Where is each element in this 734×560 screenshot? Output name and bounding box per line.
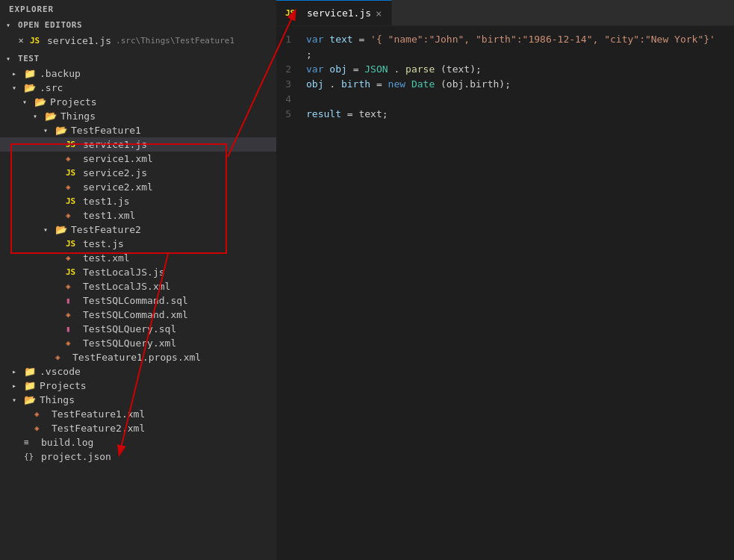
test-xml-label: test.xml [83,252,130,264]
src-label: .src [40,82,63,93]
project-json-label: project.json [41,451,111,462]
code-text-1: var text = '{ "name":"John", "birth":"19… [306,32,722,62]
tree-item-testfeature2[interactable]: 📂 TestFeature2 [0,223,276,237]
build-log-label: build.log [41,437,93,448]
open-file-item[interactable]: ✕ JS service1.js .src\Things\TestFeature… [0,33,276,48]
line-number-2: 2 [276,62,306,77]
close-file-icon[interactable]: ✕ [15,34,27,46]
testfeature2-label: TestFeature2 [71,224,141,235]
tree-item-testsqlquery-xml[interactable]: ◈ TestSQLQuery.xml [0,336,276,350]
folder-icon-things-src: 📂 [45,111,57,122]
testfeature2-xml-label: TestFeature2.xml [52,423,145,434]
tree-item-src[interactable]: 📂 .src [0,81,276,95]
things-root-arrow [12,396,24,404]
open-editors-arrow[interactable] [6,21,18,29]
tree-item-testfeature2-xml[interactable]: ◈ TestFeature2.xml [0,421,276,435]
vscode-label: .vscode [40,366,81,377]
folder-icon-src: 📂 [24,82,36,93]
code-text-5: result = text; [306,107,388,122]
js-icon-test: JS [66,239,79,249]
src-arrow [12,84,24,92]
tree-item-backup[interactable]: 📁 .backup [0,66,276,81]
testsqlquery-sql-label: TestSQLQuery.sql [83,323,176,335]
things-root-label: Things [40,394,75,405]
tree-item-testlocaljs-js[interactable]: JS TestLocalJS.js [0,265,276,279]
tree-item-test1-xml[interactable]: ◈ test1.xml [0,208,276,223]
line-number-3: 3 [276,77,306,92]
line-number-4: 4 [276,92,306,107]
test1-xml-label: test1.xml [83,210,135,221]
service1-xml-label: service1.xml [83,153,153,164]
js-icon-testlocaljs: JS [66,267,79,277]
tree-item-testfeature1-props[interactable]: ◈ TestFeature1.props.xml [0,350,276,364]
tab-bar: JS service1.js × [276,0,734,26]
log-icon-build: ≡ [24,438,37,447]
xml-icon-testfeature1-props: ◈ [55,352,69,362]
sidebar: EXPLORER OPEN EDITORS ✕ JS service1.js .… [0,0,276,560]
vscode-arrow [12,367,24,376]
folder-icon-things-root: 📂 [24,394,36,405]
tree-item-test-js[interactable]: JS test.js [0,237,276,251]
tree-item-build-log[interactable]: ≡ build.log [0,435,276,449]
service2-xml-label: service2.xml [83,181,153,193]
tree-item-testsqlcommand-sql[interactable]: ▮ TestSQLCommand.sql [0,293,276,308]
code-text-4 [306,92,312,107]
tree-item-projects-src[interactable]: 📂 Projects [0,95,276,109]
tree-item-test1-js[interactable]: JS test1.js [0,194,276,208]
xml-icon-testlocaljs: ◈ [66,281,79,291]
tree-item-vscode[interactable]: 📁 .vscode [0,364,276,379]
tab-close-icon[interactable]: × [376,7,382,19]
projects-root-label: Projects [40,380,87,391]
open-file-name: service1.js [47,35,111,46]
testsqlcommand-xml-label: TestSQLCommand.xml [83,309,188,320]
test-js-label: test.js [83,238,124,249]
service1-js-label: service1.js [83,139,147,150]
xml-icon-test1: ◈ [66,211,79,220]
code-line-1: 1 var text = '{ "name":"John", "birth":"… [276,32,734,62]
editor-content[interactable]: 1 var text = '{ "name":"John", "birth":"… [276,26,734,560]
tree-item-service1-xml[interactable]: ◈ service1.xml [0,152,276,166]
testfeature1-props-label: TestFeature1.props.xml [72,352,201,363]
folder-icon-projects-root: 📁 [24,380,36,391]
xml-icon-testfeature2: ◈ [34,423,48,433]
tree-item-testfeature1[interactable]: 📂 TestFeature1 [0,123,276,137]
things-src-label: Things [60,111,96,122]
folder-icon-backup: 📁 [24,68,36,79]
tree-item-project-json[interactable]: {} project.json [0,449,276,464]
tree-item-testfeature1-xml[interactable]: ◈ TestFeature1.xml [0,407,276,421]
backup-arrow [12,69,24,78]
tree-item-service2-xml[interactable]: ◈ service2.xml [0,180,276,194]
tree-item-test-xml[interactable]: ◈ test.xml [0,251,276,265]
test-section-arrow[interactable] [6,55,18,63]
testlocaljs-xml-label: TestLocalJS.xml [83,281,170,292]
tree-item-projects-root[interactable]: 📁 Projects [0,379,276,393]
service2-js-label: service2.js [83,167,147,178]
code-line-3: 3 obj . birth = new Date (obj.birth); [276,77,734,92]
tree-item-testlocaljs-xml[interactable]: ◈ TestLocalJS.xml [0,279,276,293]
tree-item-things-src[interactable]: 📂 Things [0,109,276,123]
json-icon-project: {} [24,452,37,461]
line-number-5: 5 [276,107,306,122]
xml-icon-testfeature1: ◈ [34,409,48,419]
backup-label: .backup [40,68,81,79]
explorer-header: EXPLORER [0,0,276,17]
folder-icon-testfeature1: 📂 [55,125,67,136]
editor-panel: JS service1.js × 1 var text = '{ "name":… [276,0,734,560]
tree-item-service2-js[interactable]: JS service2.js [0,166,276,180]
projects-root-arrow [12,382,24,390]
xml-icon-service2: ◈ [66,182,79,192]
test-section-label: TEST [18,54,40,63]
code-line-2: 2 var obj = JSON . parse (text); [276,62,734,77]
folder-icon-testfeature2: 📂 [55,224,67,235]
tree-item-things-root[interactable]: 📂 Things [0,393,276,407]
testlocaljs-js-label: TestLocalJS.js [83,267,165,278]
tree-item-testsqlquery-sql[interactable]: ▮ TestSQLQuery.sql [0,322,276,336]
open-editors-section: OPEN EDITORS ✕ JS service1.js .src\Thing… [0,17,276,51]
things-src-arrow [33,112,45,120]
line-number-1: 1 [276,32,306,47]
testsqlcommand-sql-label: TestSQLCommand.sql [83,295,188,306]
tree-item-testsqlcommand-xml[interactable]: ◈ TestSQLCommand.xml [0,308,276,322]
tree-item-service1-js[interactable]: JS service1.js [0,137,276,152]
tab-service1-js[interactable]: JS service1.js × [276,0,392,25]
js-file-icon: JS [30,36,43,46]
